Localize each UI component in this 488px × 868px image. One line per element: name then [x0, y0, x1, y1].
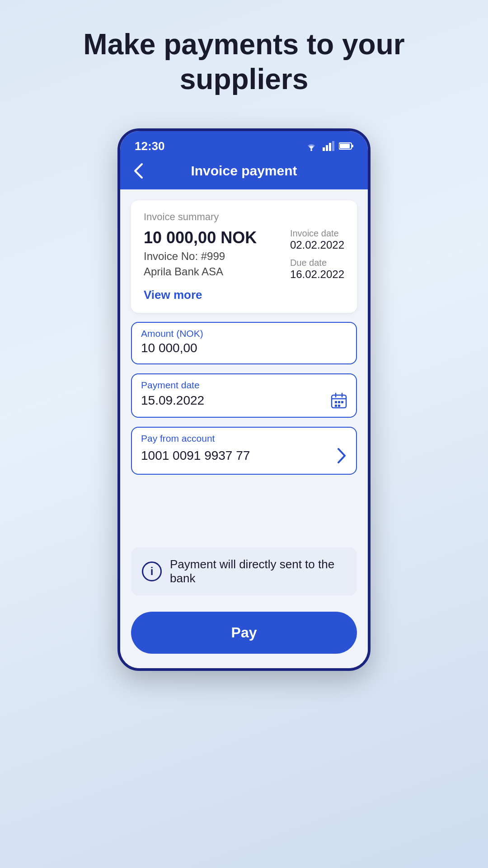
due-date-label: Due date: [290, 258, 344, 268]
battery-icon: [339, 142, 353, 150]
screen-title: Invoice payment: [191, 163, 297, 179]
invoice-right: Invoice date 02.02.2022 Due date 16.02.2…: [290, 228, 344, 281]
back-button[interactable]: [133, 163, 144, 179]
invoice-summary-label: Invoice summary: [144, 211, 344, 223]
invoice-left: 10 000,00 NOK Invoice No: #999 Aprila Ba…: [144, 228, 257, 278]
info-notice: i Payment will directly sent to the bank: [131, 547, 357, 595]
invoice-bank: Aprila Bank ASA: [144, 265, 257, 278]
amount-field-group: Amount (NOK): [131, 322, 357, 364]
status-bar: 12:30: [120, 131, 368, 158]
invoice-date-label: Invoice date: [290, 228, 344, 239]
svg-rect-6: [340, 144, 350, 148]
amount-label: Amount (NOK): [141, 328, 203, 339]
svg-rect-13: [338, 401, 340, 403]
pay-from-account: 1001 0091 9937 77: [141, 446, 336, 466]
view-more-button[interactable]: View more: [144, 288, 202, 302]
svg-rect-7: [352, 145, 353, 147]
invoice-body: 10 000,00 NOK Invoice No: #999 Aprila Ba…: [144, 228, 344, 281]
payment-date-input[interactable]: [141, 393, 331, 408]
signal-icon: [323, 141, 334, 151]
svg-rect-3: [329, 143, 331, 151]
svg-rect-14: [341, 401, 343, 403]
top-bar: Invoice payment: [120, 158, 368, 189]
svg-rect-4: [332, 141, 334, 151]
svg-rect-15: [335, 405, 337, 407]
payment-date-row: [141, 392, 347, 409]
phone-frame: 12:30: [117, 128, 371, 671]
calendar-icon[interactable]: [331, 392, 347, 409]
invoice-summary-card: Invoice summary 10 000,00 NOK Invoice No…: [131, 200, 357, 313]
chevron-right-icon[interactable]: [336, 448, 347, 464]
svg-rect-1: [323, 147, 325, 151]
pay-from-label: Pay from account: [141, 433, 215, 444]
info-icon: i: [142, 561, 162, 581]
wifi-icon: [305, 141, 318, 151]
svg-point-0: [310, 149, 312, 151]
due-date-value: 16.02.2022: [290, 268, 344, 281]
invoice-date-value: 02.02.2022: [290, 239, 344, 251]
invoice-amount: 10 000,00 NOK: [144, 228, 257, 247]
due-date-block: Due date 16.02.2022: [290, 258, 344, 281]
pay-from-row: 1001 0091 9937 77: [141, 446, 347, 466]
svg-rect-16: [338, 405, 340, 407]
status-time: 12:30: [135, 139, 165, 153]
pay-from-field-group: Pay from account 1001 0091 9937 77: [131, 427, 357, 475]
page-title: Make payments to your suppliers: [83, 27, 404, 97]
svg-rect-2: [326, 145, 328, 151]
svg-rect-12: [335, 401, 337, 403]
info-text: Payment will directly sent to the bank: [170, 557, 346, 585]
main-content: Invoice summary 10 000,00 NOK Invoice No…: [120, 189, 368, 668]
amount-input[interactable]: [141, 341, 347, 355]
payment-date-field-group: Payment date: [131, 373, 357, 418]
invoice-date-block: Invoice date 02.02.2022: [290, 228, 344, 251]
payment-date-label: Payment date: [141, 380, 200, 391]
invoice-number: Invoice No: #999: [144, 250, 257, 263]
pay-button[interactable]: Pay: [131, 612, 357, 654]
status-icons: [305, 141, 353, 151]
